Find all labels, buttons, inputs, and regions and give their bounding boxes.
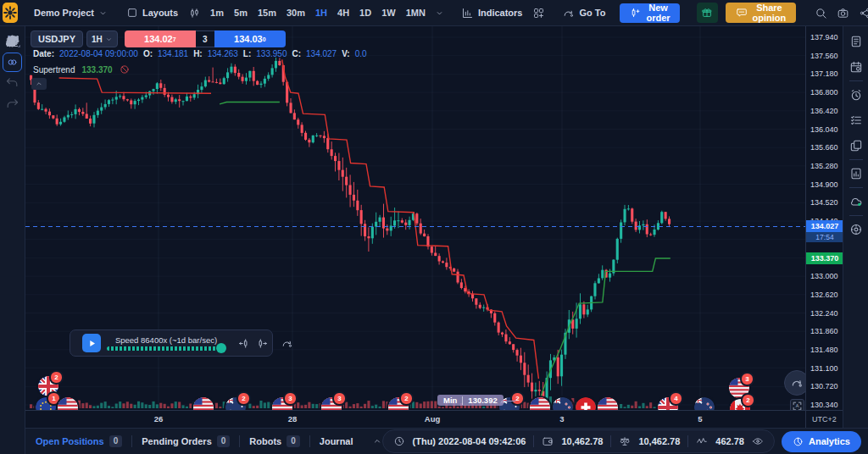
app-logo-icon[interactable] <box>3 3 18 23</box>
divider <box>610 435 611 447</box>
sync-charts-button[interactable] <box>3 53 22 72</box>
tab-count: 0 <box>109 435 123 447</box>
timeframe-1W[interactable]: 1W <box>376 8 401 18</box>
timezone-button[interactable]: UTC+2 <box>805 410 843 428</box>
tab-label: Open Positions <box>36 436 104 446</box>
timeframe-1MN[interactable]: 1MN <box>401 8 431 18</box>
timeframe-1m[interactable]: 1m <box>205 8 229 18</box>
timeframes-more-button[interactable] <box>431 0 448 25</box>
indicator-row: Supertrend 133.370 <box>33 64 130 75</box>
undo-button[interactable] <box>2 72 24 93</box>
camera-icon[interactable] <box>837 7 849 19</box>
price-tick: 132.620 <box>810 291 838 299</box>
project-name: Demo Project <box>34 8 94 18</box>
candle-countdown: 17:54 <box>806 232 843 242</box>
tab-open-positions[interactable]: Open Positions0 <box>36 435 122 447</box>
jump-to-date-icon[interactable] <box>281 337 293 350</box>
price-tick: 131.100 <box>810 364 838 373</box>
search-icon[interactable] <box>815 7 827 19</box>
tab-robots[interactable]: Robots0 <box>249 435 299 447</box>
current-price-value: 134.027 <box>806 220 843 232</box>
ohlc-low: 133.950 <box>256 49 287 58</box>
chevron-down-icon <box>435 8 444 18</box>
statistics-icon[interactable] <box>845 161 867 186</box>
price-tick: 136.420 <box>810 107 838 115</box>
share-opinion-button[interactable]: Share opinion <box>726 3 797 23</box>
share-icon[interactable] <box>859 7 868 19</box>
sell-button[interactable]: 134.027 <box>125 30 196 47</box>
price-tick: 134.520 <box>810 198 838 207</box>
news-icon[interactable] <box>845 29 867 54</box>
panel-expand-button[interactable] <box>372 436 382 446</box>
collapse-indicators-button[interactable] <box>31 78 47 90</box>
widgets-button[interactable] <box>528 0 549 25</box>
app-root: Demo Project Layouts 1m5m15m30m1H4H1D1W1… <box>0 0 868 454</box>
layouts-button[interactable]: Layouts <box>120 0 184 25</box>
divider <box>239 435 240 447</box>
new-order-button[interactable]: New order <box>620 3 679 23</box>
delete-tool[interactable] <box>3 30 23 51</box>
chart-canvas[interactable]: USDJPY 1H 134.027 3 134.030 Date:2022-08… <box>25 25 805 410</box>
date-axis[interactable]: 2628Aug35 <box>25 410 805 429</box>
timeframe-30m[interactable]: 30m <box>281 8 310 18</box>
speed-slider[interactable] <box>107 346 225 351</box>
divider <box>462 396 463 405</box>
current-price-label: 134.027 17:54 <box>806 220 843 242</box>
new-order-label: New order <box>646 3 670 23</box>
timeframe-4H[interactable]: 4H <box>332 8 354 18</box>
alerts-icon[interactable] <box>845 82 867 108</box>
price-axis[interactable]: 134.027 17:54 133.370 137.940137.560137.… <box>805 25 843 410</box>
goto-label: Go To <box>579 8 605 18</box>
profit-icon <box>696 435 708 447</box>
visibility-toggle-icon[interactable] <box>752 435 764 447</box>
layouts-icon <box>126 7 138 19</box>
tab-label: Journal <box>320 436 353 446</box>
tab-pending-orders[interactable]: Pending Orders0 <box>142 435 230 447</box>
indicators-button[interactable]: Indicators <box>455 0 529 25</box>
news-count-badge: 2 <box>399 391 414 406</box>
timeframe-5m[interactable]: 5m <box>229 8 253 18</box>
cloud-sync-icon[interactable] <box>845 189 867 214</box>
tab-count: 0 <box>217 435 231 447</box>
timeframe-1D[interactable]: 1D <box>354 8 376 18</box>
gift-button[interactable] <box>697 3 718 23</box>
goto-button[interactable]: Go To <box>556 0 611 25</box>
symbol-label: USDJPY <box>38 34 75 44</box>
testing-clock: (Thu) 2022-08-04 09:42:06 <box>413 436 526 446</box>
redo-button[interactable] <box>2 93 24 114</box>
indicator-disable-icon[interactable] <box>120 64 130 75</box>
step-back-icon[interactable] <box>237 337 250 350</box>
price-tick: 137.940 <box>810 33 838 42</box>
timeframe-15m[interactable]: 15m <box>253 8 281 18</box>
step-forward-icon[interactable] <box>256 337 269 350</box>
balance-value: 10,462.78 <box>561 436 603 446</box>
bottombar: Open Positions0Pending Orders0Robots0Jou… <box>25 428 868 454</box>
watchlist-icon[interactable] <box>845 108 867 133</box>
calendar-icon[interactable] <box>845 54 867 80</box>
price-tick: 131.860 <box>810 327 838 335</box>
analytics-button[interactable]: Analytics <box>782 431 861 452</box>
settings-icon[interactable] <box>845 217 867 242</box>
supertrend-price-label: 133.370 <box>806 252 843 264</box>
tab-journal[interactable]: Journal <box>320 436 353 446</box>
speed-slider-group: Speed 86400x (~1d bar/sec) <box>107 335 225 351</box>
chart-timeframe-button[interactable]: 1H <box>86 30 118 47</box>
svg-text:A: A <box>796 403 799 408</box>
divider <box>849 187 863 188</box>
chat-bubble-icon <box>736 7 748 19</box>
date-tick: Aug <box>425 414 440 424</box>
ohlc-close: 134.027 <box>306 49 337 58</box>
buy-button[interactable]: 134.030 <box>214 30 286 47</box>
chart-type-button[interactable] <box>184 0 205 25</box>
project-menu[interactable]: Demo Project <box>28 0 114 25</box>
slider-thumb[interactable] <box>216 343 226 353</box>
news-count-badge: 2 <box>236 391 251 406</box>
topbar-icon-group <box>815 7 868 19</box>
timeframe-1H[interactable]: 1H <box>310 8 332 18</box>
play-icon <box>86 338 97 349</box>
price-tick: 133.000 <box>810 272 838 280</box>
play-button[interactable] <box>82 334 101 352</box>
symbol-button[interactable]: USDJPY <box>31 30 83 47</box>
notes-icon[interactable] <box>845 133 867 158</box>
buy-price-sup: 0 <box>263 36 266 42</box>
